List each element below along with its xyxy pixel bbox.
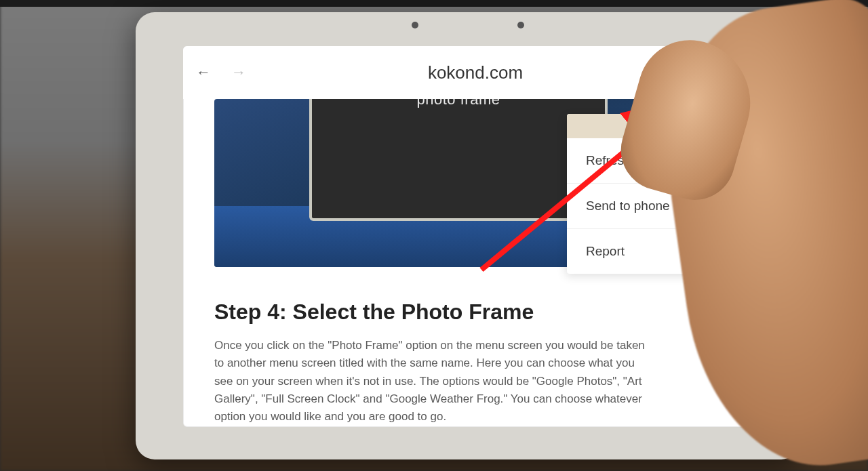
menu-item-label: Send to phone — [586, 199, 670, 213]
back-button[interactable]: ← — [195, 64, 212, 81]
hero-frame-text: photo frame — [417, 99, 500, 108]
article-title: Step 4: Select the Photo Frame — [214, 300, 736, 325]
speaker-dot — [517, 22, 524, 28]
speaker-dot — [412, 22, 418, 28]
window-topbar — [0, 0, 868, 7]
article-body: Once you click on the "Photo Frame" opti… — [214, 337, 648, 426]
forward-button[interactable]: → — [231, 64, 247, 81]
nav-arrows: ← → — [195, 64, 247, 81]
menu-item-label: Report — [586, 244, 625, 259]
hero-frame: photo frame — [309, 99, 608, 221]
url-label: kokond.com — [428, 62, 523, 83]
